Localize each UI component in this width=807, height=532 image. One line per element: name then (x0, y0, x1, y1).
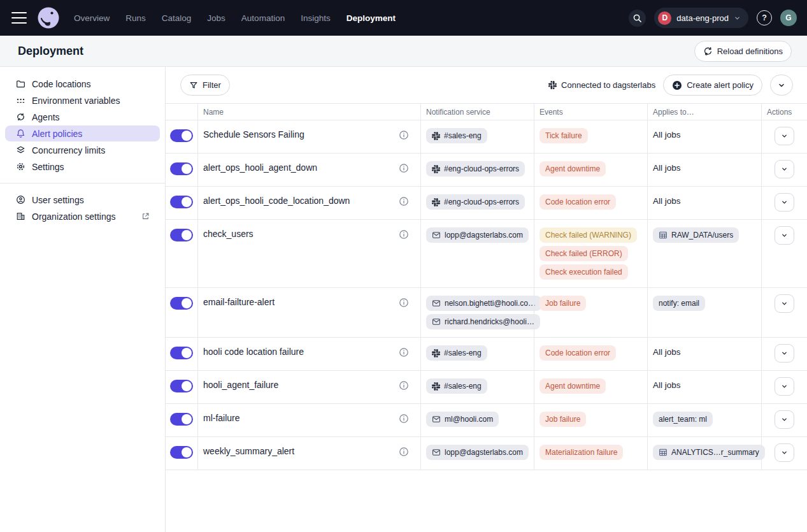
row-actions-button[interactable] (775, 294, 794, 313)
alert-enabled-toggle[interactable] (170, 380, 193, 392)
sidebar-item-label: Concurrency limits (32, 145, 105, 155)
sidebar-item-label: Agents (32, 112, 60, 122)
filter-button[interactable]: Filter (180, 75, 230, 96)
info-icon[interactable] (399, 413, 409, 424)
applies-to-value: All jobs (653, 194, 681, 206)
env-vars-icon (15, 96, 25, 105)
col-name: Name (197, 104, 420, 120)
nav-item-jobs[interactable]: Jobs (207, 13, 225, 23)
nav-item-runs[interactable]: Runs (125, 13, 146, 23)
slack-icon (432, 382, 440, 391)
nav-item-overview[interactable]: Overview (74, 13, 110, 23)
row-actions-button[interactable] (775, 226, 794, 245)
info-icon[interactable] (399, 196, 409, 206)
alert-enabled-toggle[interactable] (170, 129, 193, 142)
sidebar-item-settings[interactable]: Settings (5, 159, 160, 175)
table-row: alert_ops_hooli_code_location_down#eng-c… (166, 187, 807, 220)
table-row: alert_ops_hooli_agent_down#eng-cloud-ops… (166, 154, 807, 187)
more-actions-dropdown-button[interactable] (770, 75, 793, 96)
row-actions-button[interactable] (775, 410, 794, 429)
alert-enabled-toggle[interactable] (170, 413, 193, 426)
row-actions-button[interactable] (775, 443, 794, 462)
alert-policy-name: Schedule Sensors Failing (203, 129, 304, 140)
event-chip: Check execution failed (539, 264, 628, 280)
email-icon (432, 317, 441, 326)
sidebar-item-label: Alert policies (32, 129, 82, 139)
alert-enabled-toggle[interactable] (170, 446, 193, 459)
user-icon (15, 195, 25, 205)
notification-chip: ml@hooli.com (426, 412, 499, 427)
applies-to-value: All jobs (653, 378, 681, 390)
info-icon[interactable] (399, 130, 409, 140)
nav-item-insights[interactable]: Insights (301, 13, 331, 23)
info-icon[interactable] (399, 347, 409, 357)
notification-chip: lopp@dagsterlabs.com (426, 227, 529, 243)
sidebar-item-label: Code locations (32, 79, 91, 89)
info-icon[interactable] (399, 380, 409, 391)
table-row: Schedule Sensors Failing#sales-engTick f… (166, 120, 807, 154)
help-button[interactable]: ? (757, 10, 772, 25)
email-icon (432, 231, 441, 240)
sidebar-item-agents[interactable]: Agents (5, 109, 160, 125)
dagster-logo-icon[interactable] (37, 6, 60, 29)
slack-icon (548, 81, 557, 89)
info-icon[interactable] (399, 229, 409, 240)
alert-policy-name: check_users (203, 229, 254, 239)
primary-nav: OverviewRunsCatalogJobsAutomationInsight… (74, 13, 396, 23)
event-chip: Check failed (ERROR) (539, 246, 628, 261)
sidebar-item-code-locations[interactable]: Code locations (5, 76, 160, 92)
alert-enabled-toggle[interactable] (170, 347, 193, 359)
sidebar-item-label: User settings (32, 195, 84, 205)
sidebar-item-label: Settings (32, 162, 64, 172)
hamburger-menu-icon[interactable] (11, 12, 27, 24)
plus-icon (672, 80, 682, 90)
asset-chip: RAW_DATA/users (653, 227, 739, 243)
sidebar-item-alert-policies[interactable]: Alert policies (5, 126, 160, 141)
alert-policy-name: email-failture-alert (203, 297, 275, 307)
row-actions-button[interactable] (775, 160, 794, 178)
alert-enabled-toggle[interactable] (170, 162, 193, 175)
event-chip: Job failure (539, 296, 586, 311)
alert-policies-table: Name Notification service Events Applies… (166, 103, 807, 470)
search-button[interactable] (629, 10, 646, 27)
alert-enabled-toggle[interactable] (170, 297, 193, 310)
row-actions-button[interactable] (775, 127, 794, 145)
reload-definitions-button[interactable]: Reload definitions (694, 41, 792, 62)
settings-sidebar: Code locationsEnvironment variablesAgent… (0, 67, 166, 532)
info-icon[interactable] (399, 163, 409, 173)
org-switcher[interactable]: D data-eng-prod (654, 8, 748, 28)
sidebar-item-concurrency-limits[interactable]: Concurrency limits (5, 142, 160, 158)
nav-item-automation[interactable]: Automation (241, 13, 285, 23)
alert-policy-name: weekly_summary_alert (203, 446, 294, 456)
alert-enabled-toggle[interactable] (170, 229, 193, 241)
sidebar-item-user-settings[interactable]: User settings (5, 192, 160, 208)
nav-item-deployment[interactable]: Deployment (346, 13, 396, 23)
page-title: Deployment (18, 45, 83, 58)
event-chip: Code location error (539, 194, 616, 210)
event-chip: Agent downtime (539, 378, 606, 394)
row-actions-button[interactable] (775, 193, 794, 212)
user-avatar[interactable]: G (780, 10, 797, 26)
slack-icon (432, 132, 440, 140)
alert-policy-name: hooli code location failure (203, 347, 304, 357)
sidebar-item-environment-variables[interactable]: Environment variables (5, 92, 160, 108)
info-icon[interactable] (399, 298, 409, 308)
col-notification-service: Notification service (420, 104, 534, 120)
col-applies-to: Applies to… (647, 104, 761, 120)
nav-item-catalog[interactable]: Catalog (162, 13, 192, 23)
notification-chip: #eng-cloud-ops-errors (426, 161, 525, 176)
event-chip: Tick failure (539, 128, 588, 143)
create-alert-policy-button[interactable]: Create alert policy (663, 75, 762, 96)
row-actions-button[interactable] (775, 377, 794, 396)
info-icon[interactable] (399, 447, 409, 457)
alert-enabled-toggle[interactable] (170, 196, 193, 208)
alerts-toolbar: Filter Connected to dagsterlabs Create a… (166, 67, 807, 103)
email-icon (432, 299, 441, 308)
table-row: weekly_summary_alertlopp@dagsterlabs.com… (166, 437, 807, 470)
sidebar-item-organization-settings[interactable]: Organization settings (5, 208, 160, 224)
org-name: data-eng-prod (676, 13, 729, 23)
row-actions-button[interactable] (775, 344, 794, 363)
chevron-down-icon (734, 15, 741, 22)
tag-chip: notify: email (653, 296, 705, 311)
folder-icon (15, 79, 25, 89)
